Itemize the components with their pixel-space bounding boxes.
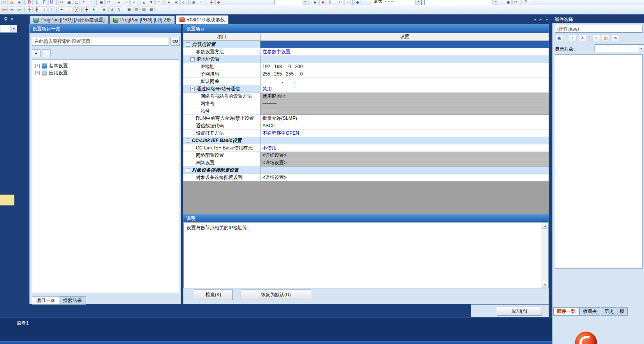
tree-expander-icon[interactable]: + xyxy=(35,64,40,68)
setting-item-cell[interactable]: -CC-Link IEF Basic设置 xyxy=(183,137,260,144)
tab-scroll-right-icon[interactable]: ▸ xyxy=(540,17,542,21)
tree-item[interactable]: +≡应用设置 xyxy=(32,69,179,76)
setting-value-cell[interactable]: 禁用 xyxy=(260,85,549,93)
read-from-plc-icon[interactable]: ▼ xyxy=(148,0,155,5)
insert-row-icon[interactable]: ┿ xyxy=(83,6,90,12)
coil-icon[interactable]: () xyxy=(41,6,48,12)
table-row[interactable]: 网络号与站号的设置方法使用IP地址 xyxy=(183,93,549,100)
setting-value-cell[interactable]: 不使用 xyxy=(260,144,549,152)
new-project-icon[interactable]: □ xyxy=(1,0,8,5)
right-panel-tab[interactable]: 部件一览 xyxy=(553,307,579,316)
row-expander-icon[interactable]: - xyxy=(186,42,190,47)
setting-item-cell[interactable]: -IP地址设置 xyxy=(183,56,260,63)
paste-icon[interactable]: ▤ xyxy=(73,0,80,5)
cross-reference-icon[interactable]: ⇄ xyxy=(512,0,519,5)
setting-value-cell[interactable]: <详细设置> xyxy=(260,174,549,181)
setting-value-cell[interactable]: 255 . 255 . 255 . 0 xyxy=(260,70,549,78)
table-row[interactable]: -CC-Link IEF Basic设置 xyxy=(183,137,549,144)
setting-value-cell[interactable] xyxy=(260,137,549,144)
verify-plc-icon[interactable]: ≡ xyxy=(155,0,162,5)
parts-search-input[interactable] xyxy=(555,25,643,33)
document-tab[interactable]: ProgPou [PRG] [局部标签设置] xyxy=(30,16,109,24)
docked-mini-combo[interactable]: ▾ xyxy=(0,25,17,33)
device-test-icon[interactable]: ◆ xyxy=(215,0,222,5)
setting-item-cell[interactable]: 网络号与站号的设置方法 xyxy=(183,93,260,100)
closed-contact-icon[interactable]: ╫ xyxy=(33,6,40,12)
delete-row-icon[interactable]: ┥ xyxy=(91,6,97,12)
ladder-editor-icon[interactable]: ╪ xyxy=(208,0,215,5)
device-comment-icon[interactable]: D xyxy=(26,0,33,5)
close-icon[interactable]: ✕ xyxy=(9,16,15,22)
table-row[interactable]: 子网掩码255 . 255 . 255 . 0 xyxy=(183,70,549,78)
chevron-down-icon[interactable]: ▾ xyxy=(302,0,308,5)
help-icon[interactable]: ? xyxy=(523,0,529,5)
pause-icon[interactable]: ∥ xyxy=(327,0,333,5)
collapsed-dock-tab[interactable] xyxy=(0,195,14,205)
watch-window-icon[interactable]: ◇ xyxy=(180,0,187,5)
table-row[interactable]: 设置打开方法不在程序中OPEN xyxy=(183,130,549,137)
find-icon[interactable]: ◉ xyxy=(98,0,105,5)
setting-item-cell[interactable]: 网络配置设置 xyxy=(183,152,260,159)
table-row[interactable]: RUN中的写入允许/禁止设置批量允许(SLMP) xyxy=(183,115,549,122)
favorites-icon[interactable]: ☆ xyxy=(592,34,600,41)
device-monitor-icon[interactable]: Dev xyxy=(1,6,8,12)
scroll-up-icon[interactable]: ▲ xyxy=(542,223,548,229)
setting-item-cell[interactable]: 通信数据代码 xyxy=(183,122,260,130)
reset-icon[interactable]: ↶ xyxy=(337,0,343,5)
setting-item-cell[interactable]: -通过网络号/站号通信 xyxy=(183,85,260,93)
tab-menu-icon[interactable]: ▾ xyxy=(546,17,548,21)
collapse-all-icon[interactable]: - xyxy=(42,49,51,57)
setting-item-cell[interactable]: 参数设置方法 xyxy=(183,48,260,56)
convert-icon[interactable]: ▸ xyxy=(116,0,122,5)
setting-value-cell[interactable]: <详细设置> xyxy=(260,152,549,159)
row-expander-icon[interactable]: - xyxy=(186,168,190,172)
table-row[interactable]: 站号——— xyxy=(183,107,549,115)
row-expander-icon[interactable]: - xyxy=(186,139,190,143)
setting-value-cell[interactable]: 192 . 168 . 0 . 200 xyxy=(260,63,549,70)
setting-item-cell[interactable]: 站号 xyxy=(183,107,260,115)
vertical-line-icon[interactable]: │ xyxy=(66,6,72,12)
chevron-down-icon[interactable]: ▾ xyxy=(11,25,17,32)
setting-value-cell[interactable] xyxy=(260,167,549,174)
step-run-icon[interactable]: » xyxy=(344,0,351,5)
instruction-icon[interactable]: [] xyxy=(48,6,55,12)
folder-icon[interactable]: ▤ xyxy=(602,34,610,41)
module-parameter-icon[interactable]: M xyxy=(48,0,55,5)
statement-toggle-icon[interactable]: S xyxy=(108,6,115,12)
right-panel-tab[interactable]: 收藏夹 xyxy=(579,307,600,316)
zoom-out-icon[interactable]: ○ xyxy=(198,0,204,5)
window-tile-v-icon[interactable]: ▥ xyxy=(133,6,140,12)
setting-value-cell[interactable]: . . . xyxy=(260,78,549,85)
stop-icon[interactable]: ■ xyxy=(319,0,326,5)
setting-item-cell[interactable]: -自节点设置 xyxy=(183,41,260,48)
display-target-select[interactable]: ▾ xyxy=(595,44,644,52)
close-panel-icon[interactable]: ✕ xyxy=(612,34,619,41)
setting-value-cell[interactable]: ASCII xyxy=(260,122,549,130)
row-expander-icon[interactable]: - xyxy=(190,57,195,61)
monitor-stop-icon[interactable]: ■ xyxy=(173,0,179,5)
setting-value-cell[interactable]: ——— xyxy=(260,107,549,115)
monitor-start-icon[interactable]: ● xyxy=(165,0,172,5)
table-row[interactable]: CC-Link IEF Basic使用有无不使用 xyxy=(183,144,549,152)
left-panel-tab[interactable]: 搜索结果 xyxy=(59,296,86,305)
right-panel-tab[interactable]: 模 xyxy=(618,307,628,316)
table-row[interactable]: 通信数据代码ASCII xyxy=(183,122,549,130)
chevron-down-icon[interactable]: ▾ xyxy=(638,45,644,52)
expand-all-icon[interactable]: + xyxy=(32,49,40,57)
open-contact-icon[interactable]: ╫ xyxy=(26,6,33,12)
save-project-icon[interactable]: ■ xyxy=(16,0,23,5)
setting-value-cell[interactable]: 不在程序中OPEN xyxy=(260,130,549,137)
table-row[interactable]: -对象设备连接配置设置 xyxy=(183,167,549,174)
table-row[interactable]: 默认网关 . . . xyxy=(183,78,549,85)
local-label-icon[interactable]: L xyxy=(33,0,40,5)
chevron-down-icon[interactable]: ▾ xyxy=(415,0,421,5)
setting-item-cell[interactable]: RUN中的写入允许/禁止设置 xyxy=(183,115,260,122)
program-body-icon[interactable]: P xyxy=(41,0,48,5)
run-icon[interactable]: ► xyxy=(312,0,318,5)
pin-icon[interactable] xyxy=(3,16,9,22)
document-tab[interactable]: ProgPou [PRG] [LD] 2步 xyxy=(109,16,175,24)
setting-item-cell[interactable]: 网络号 xyxy=(183,100,260,107)
online-change-icon[interactable]: ◆ xyxy=(354,0,361,5)
table-row[interactable]: 网络配置设置<详细设置> xyxy=(183,152,549,159)
setting-item-cell[interactable]: 子网掩码 xyxy=(183,70,260,78)
